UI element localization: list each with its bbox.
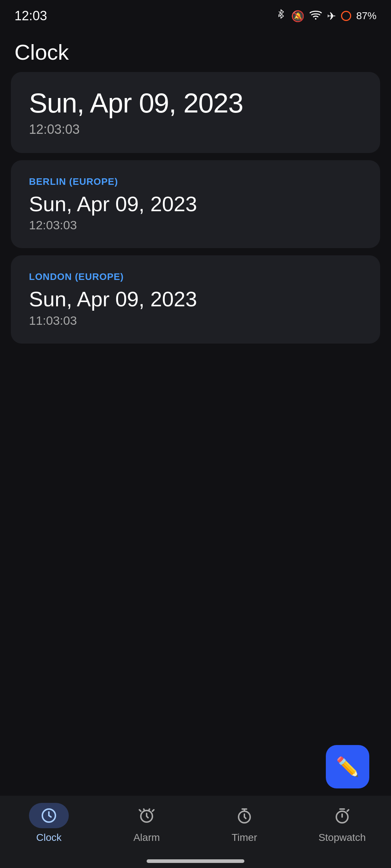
- nav-item-alarm[interactable]: Alarm: [110, 803, 183, 843]
- mute-icon: 🔕: [291, 10, 304, 22]
- nav-timer-label: Timer: [232, 832, 257, 843]
- nav-stopwatch-icon-wrap: [322, 803, 362, 828]
- london-tz-label: LONDON (EUROPE): [29, 271, 362, 282]
- svg-point-4: [244, 810, 245, 811]
- nav-clock-label: Clock: [36, 832, 62, 843]
- svg-point-0: [315, 18, 316, 20]
- clock-nav-icon: [40, 807, 58, 824]
- status-icons: 🔕 ✈ 87%: [276, 9, 377, 24]
- wifi-icon: [310, 10, 322, 22]
- london-clock-card[interactable]: LONDON (EUROPE) Sun, Apr 09, 2023 11:03:…: [11, 255, 380, 344]
- bottom-navigation: Clock Alarm Timer: [0, 796, 391, 868]
- home-indicator: [147, 859, 244, 863]
- main-clock-card: Sun, Apr 09, 2023 12:03:03: [11, 72, 380, 153]
- status-time: 12:03: [14, 8, 47, 24]
- nav-alarm-icon-wrap: [127, 803, 167, 828]
- nav-clock-icon-wrap: [29, 803, 69, 828]
- nav-stopwatch-label: Stopwatch: [319, 832, 366, 843]
- berlin-tz-label: BERLIN (EUROPE): [29, 176, 362, 187]
- add-timezone-fab[interactable]: ✏️: [326, 745, 369, 788]
- main-time: 12:03:03: [29, 122, 362, 137]
- nav-alarm-label: Alarm: [133, 832, 160, 843]
- battery-circle-icon: [341, 11, 351, 21]
- nav-timer-icon-wrap: [224, 803, 264, 828]
- nav-item-stopwatch[interactable]: Stopwatch: [306, 803, 378, 843]
- timer-nav-icon: [236, 807, 253, 824]
- bluetooth-icon: [276, 9, 286, 24]
- battery-percent: 87%: [356, 10, 377, 22]
- nav-item-timer[interactable]: Timer: [208, 803, 281, 843]
- berlin-time: 12:03:03: [29, 218, 362, 232]
- airplane-icon: ✈: [327, 10, 336, 22]
- london-date: Sun, Apr 09, 2023: [29, 288, 362, 311]
- status-bar: 12:03 🔕 ✈ 87%: [0, 0, 391, 29]
- main-content: Sun, Apr 09, 2023 12:03:03 BERLIN (EUROP…: [0, 72, 391, 344]
- berlin-clock-card[interactable]: BERLIN (EUROPE) Sun, Apr 09, 2023 12:03:…: [11, 160, 380, 248]
- edit-icon: ✏️: [336, 756, 360, 778]
- page-title: Clock: [0, 29, 391, 72]
- nav-item-clock[interactable]: Clock: [13, 803, 85, 843]
- alarm-nav-icon: [138, 807, 155, 824]
- main-date: Sun, Apr 09, 2023: [29, 88, 362, 118]
- london-time: 11:03:03: [29, 314, 362, 328]
- stopwatch-nav-icon: [333, 807, 351, 824]
- berlin-date: Sun, Apr 09, 2023: [29, 192, 362, 216]
